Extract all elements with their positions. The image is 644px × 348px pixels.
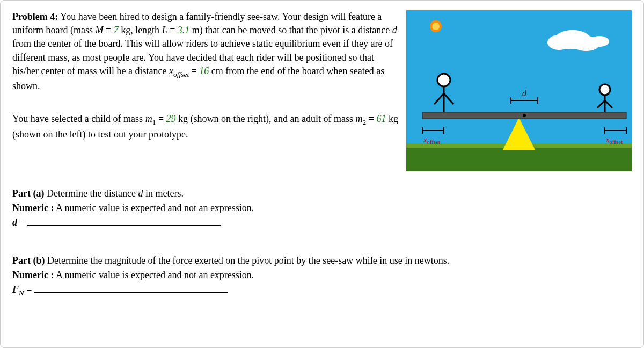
svg-point-7 (437, 74, 450, 86)
hint-text: A numeric value is expected and not an e… (54, 270, 254, 280)
answer-var: F (12, 284, 19, 295)
answer-var: d (12, 217, 17, 228)
unit: cm (209, 66, 223, 76)
unit: m (189, 25, 200, 35)
svg-point-11 (599, 84, 610, 95)
val-m1: 29 (166, 113, 176, 124)
val-xoffset: 16 (199, 66, 209, 76)
hint-text: A numeric value is expected and not an e… (54, 202, 254, 213)
text: (shown on the left) to test out your pro… (12, 129, 188, 140)
eq: = (17, 217, 27, 228)
eq: = (24, 284, 34, 295)
problem-page: Problem 4: You have been hired to design… (0, 0, 644, 348)
eq: = (189, 66, 199, 76)
part-a-label: Part (a) (12, 188, 44, 199)
seesaw-diagram: d (406, 10, 632, 171)
text: (shown on the right), and an adult of ma… (188, 113, 355, 124)
paragraph-2: You have selected a child of mass m1 = 2… (12, 112, 400, 141)
part-b-label: Part (b) (12, 255, 45, 266)
d-label: d (522, 89, 527, 98)
text: ) that can be moved so that the pivot is… (200, 25, 392, 35)
eq: = (103, 25, 113, 35)
diagram-svg: d (406, 10, 632, 171)
paragraph-1: Problem 4: You have been hired to design… (12, 10, 400, 93)
sun-core-icon (432, 23, 440, 30)
var-d: d (392, 25, 397, 35)
answer-var-sub: N (19, 289, 24, 297)
spacer (12, 103, 400, 112)
var-L: L (162, 25, 167, 35)
unit: kg (176, 113, 188, 124)
top-row: Problem 4: You have been hired to design… (12, 10, 632, 171)
center-dot (523, 114, 526, 117)
answer-blank-a[interactable] (27, 215, 221, 226)
hint-label: Numeric : (12, 270, 54, 280)
part-b-prompt: Part (b) Determine the magnitude of the … (12, 253, 632, 268)
var-xoffset: x (169, 66, 173, 76)
var-m2: m (355, 113, 362, 124)
svg-point-3 (590, 36, 609, 47)
answer-blank-b[interactable] (34, 282, 228, 293)
text: Determine the magnitude of the force exe… (45, 255, 449, 266)
part-b-answer-line: FN = (12, 282, 632, 299)
part-b-hint: Numeric : A numeric value is expected an… (12, 268, 632, 282)
text: Determine the distance (44, 188, 138, 199)
unit: kg (386, 113, 398, 124)
text: in meters. (143, 188, 183, 199)
problem-label: Problem 4: (12, 11, 58, 22)
part-a-hint: Numeric : A numeric value is expected an… (12, 201, 632, 215)
part-b: Part (b) Determine the magnitude of the … (12, 253, 632, 299)
text: , length (130, 25, 162, 35)
problem-statement: Problem 4: You have been hired to design… (12, 10, 400, 151)
svg-point-1 (547, 35, 571, 50)
eq: = (167, 25, 178, 35)
val-M: 7 (114, 25, 119, 35)
part-a-answer-line: d = (12, 215, 632, 230)
var-xoffset-sub: offset (173, 70, 189, 78)
val-m2: 61 (376, 113, 386, 124)
var-m1: m (145, 113, 152, 124)
var-M: M (95, 25, 103, 35)
unit: kg (119, 25, 131, 35)
val-L: 3.1 (178, 25, 190, 35)
part-a: Part (a) Determine the distance d in met… (12, 186, 632, 230)
eq: = (156, 113, 166, 124)
eq: = (366, 113, 376, 124)
hint-label: Numeric : (12, 202, 54, 213)
part-a-prompt: Part (a) Determine the distance d in met… (12, 186, 632, 201)
text: You have selected a child of mass (12, 113, 145, 124)
